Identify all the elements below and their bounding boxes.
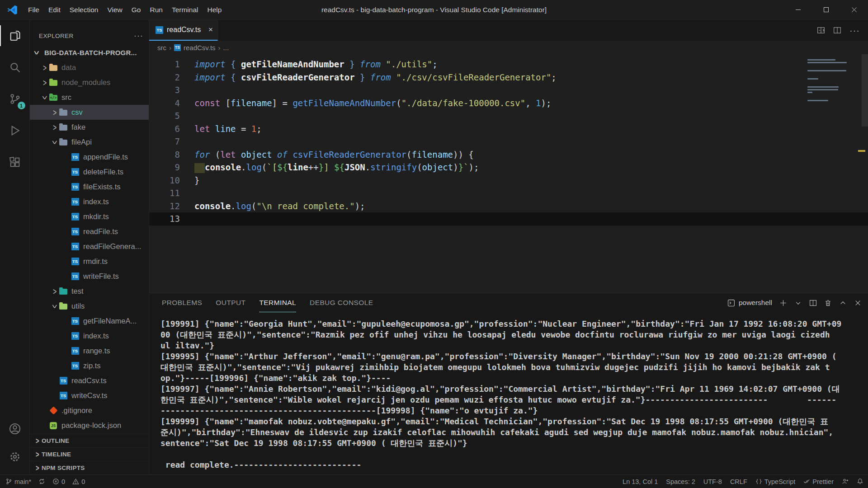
line-number[interactable]: 1 xyxy=(149,58,180,71)
code-line-9[interactable]: 9 console.log(`[${line++}] ${JSON.string… xyxy=(149,161,868,174)
tree-item-deletefile-ts[interactable]: TSdeleteFile.ts xyxy=(30,164,149,179)
tree-item-mkdir-ts[interactable]: TSmkdir.ts xyxy=(30,209,149,224)
tree-item-range-ts[interactable]: TSrange.ts xyxy=(30,343,149,358)
panel-tab-terminal[interactable]: TERMINAL xyxy=(259,293,296,312)
tree-item-fake[interactable]: >fake xyxy=(30,120,149,135)
activitybar-settings[interactable] xyxy=(0,443,30,471)
language-mode[interactable]: TypeScript xyxy=(755,478,796,485)
code-line-11[interactable]: 11 xyxy=(149,187,868,200)
minimize-icon[interactable] xyxy=(784,0,812,19)
activitybar-run-and-debug[interactable] xyxy=(0,115,30,146)
tree-item-getfilenamea-[interactable]: TSgetFileNameA... xyxy=(30,314,149,328)
tree-item-readcsv-ts[interactable]: TSreadCsv.ts xyxy=(30,373,149,388)
menu-help[interactable]: Help xyxy=(203,4,226,16)
editor-scrollbar[interactable] xyxy=(862,54,868,127)
feedback-button[interactable] xyxy=(842,478,849,485)
menu-go[interactable]: Go xyxy=(127,4,146,16)
breadcrumb-item[interactable]: src xyxy=(157,44,166,52)
eol[interactable]: CRLF xyxy=(730,478,747,485)
tree-item-readfile-ts[interactable]: TSreadFile.ts xyxy=(30,224,149,239)
maximize-icon[interactable] xyxy=(812,0,840,19)
code-line-8[interactable]: 8 for (let object of csvFileReaderGenera… xyxy=(149,148,868,161)
section-timeline[interactable]: > TIMELINE xyxy=(30,447,149,461)
notifications-bell[interactable] xyxy=(857,478,863,485)
menu-terminal[interactable]: Terminal xyxy=(167,4,203,16)
indentation[interactable]: Spaces: 2 xyxy=(666,478,695,485)
editor-more-actions-icon[interactable]: ··· xyxy=(849,25,860,36)
line-number[interactable]: 2 xyxy=(149,71,180,84)
open-changes-icon[interactable] xyxy=(817,26,825,34)
tab-readcsv[interactable]: TS readCsv.ts × xyxy=(149,20,218,41)
menu-file[interactable]: File xyxy=(24,4,44,16)
menu-run[interactable]: Run xyxy=(145,4,167,16)
code-editor[interactable]: 1 import { getFileNameAndNumber } from "… xyxy=(149,54,868,293)
errors-count[interactable]: 0 xyxy=(52,478,65,485)
tree-item-csv[interactable]: >csv xyxy=(30,105,149,120)
minimap[interactable] xyxy=(806,58,849,107)
tree-item-big-data-batch-progr-[interactable]: >BIG-DATA-BATCH-PROGR... xyxy=(30,45,149,60)
terminal-instance[interactable]: powershell xyxy=(727,299,772,307)
line-number[interactable]: 12 xyxy=(149,200,180,213)
line-number[interactable]: 6 xyxy=(149,122,180,136)
tree-item-index-ts[interactable]: TSindex.ts xyxy=(30,194,149,209)
activitybar-search[interactable] xyxy=(0,52,30,83)
panel-tab-debug-console[interactable]: DEBUG CONSOLE xyxy=(310,293,373,312)
code-line-7[interactable]: 7 xyxy=(149,135,868,148)
line-number[interactable]: 8 xyxy=(149,148,180,161)
line-number[interactable]: 7 xyxy=(149,135,180,148)
panel-tab-problems[interactable]: PROBLEMS xyxy=(162,293,202,312)
new-terminal-icon[interactable] xyxy=(779,299,787,307)
split-editor-icon[interactable] xyxy=(833,26,841,34)
code-line-10[interactable]: 10 } xyxy=(149,174,868,187)
warnings-count[interactable]: 0 xyxy=(72,478,85,485)
line-number[interactable]: 5 xyxy=(149,109,180,122)
code-line-12[interactable]: 12 console.log("\n read complete."); xyxy=(149,200,868,213)
tree-item-utils[interactable]: >utils xyxy=(30,299,149,314)
tree-item-readfilegenera-[interactable]: TSreadFileGenera... xyxy=(30,239,149,254)
code-line-5[interactable]: 5 xyxy=(149,109,868,122)
close-panel-icon[interactable] xyxy=(854,299,862,307)
terminal-dropdown-icon[interactable] xyxy=(794,299,802,307)
code-line-1[interactable]: 1 import { getFileNameAndNumber } from "… xyxy=(149,58,868,71)
activitybar-accounts[interactable] xyxy=(0,415,30,443)
kill-terminal-icon[interactable] xyxy=(824,299,832,307)
cursor-position[interactable]: Ln 13, Col 1 xyxy=(623,478,658,485)
breadcrumb-item[interactable]: TSreadCsv.ts xyxy=(174,44,216,52)
tree-item-data[interactable]: >data xyxy=(30,60,149,75)
split-terminal-icon[interactable] xyxy=(809,299,817,307)
activitybar-extensions[interactable] xyxy=(0,146,30,178)
breadcrumb[interactable]: src›TSreadCsv.ts›... xyxy=(149,41,868,54)
code-line-6[interactable]: 6 let line = 1; xyxy=(149,122,868,136)
section-npm-scripts[interactable]: > NPM SCRIPTS xyxy=(30,461,149,474)
tree-item-fileapi[interactable]: >fileApi xyxy=(30,135,149,150)
close-icon[interactable] xyxy=(840,0,868,19)
tree-item-index-ts[interactable]: TSindex.ts xyxy=(30,328,149,343)
explorer-more-actions-icon[interactable]: ··· xyxy=(134,31,143,41)
section-outline[interactable]: > OUTLINE xyxy=(30,434,149,447)
line-number[interactable]: 10 xyxy=(149,174,180,187)
tree-item-fileexists-ts[interactable]: TSfileExists.ts xyxy=(30,179,149,194)
terminal-output[interactable]: [199991] {"name":"Georgia Hunt","email":… xyxy=(149,312,868,474)
sync-button[interactable] xyxy=(38,478,45,485)
panel-tab-output[interactable]: OUTPUT xyxy=(216,293,245,312)
maximize-panel-icon[interactable] xyxy=(839,299,847,307)
line-number[interactable]: 9 xyxy=(149,161,180,174)
tree-item--gitignore[interactable]: .gitignore xyxy=(30,403,149,418)
line-number[interactable]: 4 xyxy=(149,97,180,110)
menu-view[interactable]: View xyxy=(103,4,127,16)
encoding[interactable]: UTF-8 xyxy=(703,478,722,485)
tree-item-node-modules[interactable]: >node_modules xyxy=(30,75,149,90)
tree-item-test[interactable]: >test xyxy=(30,284,149,299)
code-line-2[interactable]: 2 import { csvFileReaderGenerator } from… xyxy=(149,71,868,84)
code-line-4[interactable]: 4 const [filename] = getFileNameAndNumbe… xyxy=(149,97,868,110)
code-line-3[interactable]: 3 xyxy=(149,84,868,97)
tree-item-writecsv-ts[interactable]: TSwriteCsv.ts xyxy=(30,388,149,403)
activitybar-explorer[interactable] xyxy=(0,20,30,52)
menu-selection[interactable]: Selection xyxy=(65,4,103,16)
tree-item-package-lock-json[interactable]: JSpackage-lock.json xyxy=(30,418,149,433)
tab-close-icon[interactable]: × xyxy=(208,25,213,34)
menu-edit[interactable]: Edit xyxy=(44,4,65,16)
branch-indicator[interactable]: main* xyxy=(5,478,31,485)
line-number[interactable]: 11 xyxy=(149,187,180,200)
line-number[interactable]: 13 xyxy=(149,212,180,225)
